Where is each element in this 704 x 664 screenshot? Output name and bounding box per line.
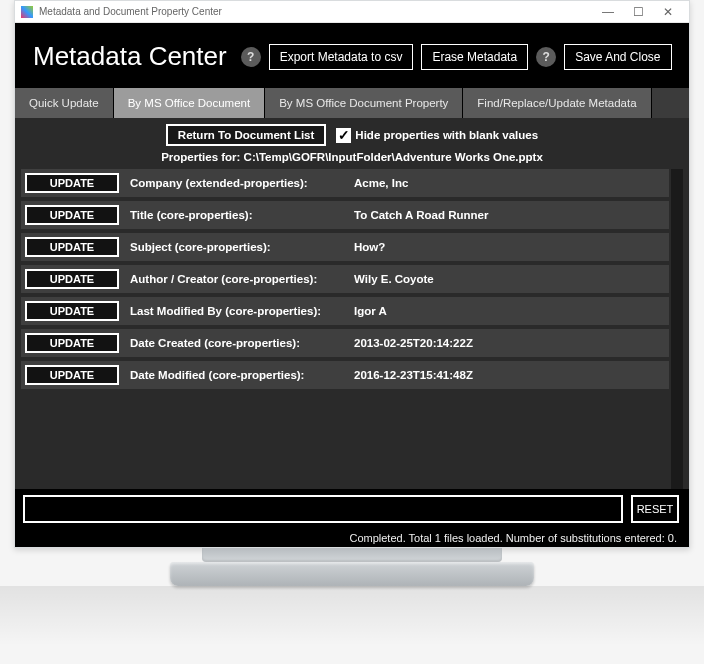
- properties-for-path: Properties for: C:\Temp\GOFR\InputFolder…: [21, 148, 683, 169]
- property-value: 2016-12-23T15:41:48Z: [354, 369, 663, 381]
- return-to-document-list-button[interactable]: Return To Document List: [166, 124, 327, 146]
- property-label: Last Modified By (core-properties):: [130, 305, 346, 317]
- update-button[interactable]: UPDATE: [25, 365, 119, 385]
- tab-find-replace-update[interactable]: Find/Replace/Update Metadata: [463, 88, 651, 118]
- property-row: UPDATE Company (extended-properties): Ac…: [21, 169, 669, 197]
- property-row: UPDATE Author / Creator (core-properties…: [21, 265, 669, 293]
- tab-quick-update[interactable]: Quick Update: [15, 88, 114, 118]
- app-body: Metadata Center ? Export Metadata to csv…: [15, 23, 689, 547]
- content-area: Return To Document List ✓ Hide propertie…: [15, 118, 689, 489]
- erase-metadata-button[interactable]: Erase Metadata: [421, 44, 528, 70]
- property-row: UPDATE Title (core-properties): To Catch…: [21, 201, 669, 229]
- tab-by-ms-office-document[interactable]: By MS Office Document: [114, 88, 266, 118]
- hide-blank-checkbox[interactable]: ✓ Hide properties with blank values: [336, 128, 538, 143]
- property-row: UPDATE Date Created (core-properties): 2…: [21, 329, 669, 357]
- hide-blank-label: Hide properties with blank values: [355, 129, 538, 141]
- minimize-button[interactable]: —: [593, 1, 623, 23]
- window-titlebar: Metadata and Document Property Center — …: [15, 1, 689, 23]
- help-icon[interactable]: ?: [241, 47, 261, 67]
- tab-bar: Quick Update By MS Office Document By MS…: [15, 88, 689, 118]
- update-button[interactable]: UPDATE: [25, 269, 119, 289]
- header-bar: Metadata Center ? Export Metadata to csv…: [15, 23, 689, 88]
- property-row: UPDATE Subject (core-properties): How?: [21, 233, 669, 261]
- property-value: Acme, Inc: [354, 177, 663, 189]
- monitor-stand-neck: [202, 548, 502, 562]
- property-label: Company (extended-properties):: [130, 177, 346, 189]
- property-value: Wily E. Coyote: [354, 273, 663, 285]
- monitor-reflection: [0, 586, 704, 646]
- property-row: UPDATE Date Modified (core-properties): …: [21, 361, 669, 389]
- property-value: How?: [354, 241, 663, 253]
- help-icon-2[interactable]: ?: [536, 47, 556, 67]
- property-value: 2013-02-25T20:14:22Z: [354, 337, 663, 349]
- property-value: Igor A: [354, 305, 663, 317]
- update-button[interactable]: UPDATE: [25, 205, 119, 225]
- app-window: Metadata and Document Property Center — …: [14, 0, 690, 548]
- monitor-stand-base: [170, 562, 534, 586]
- save-and-close-button[interactable]: Save And Close: [564, 44, 671, 70]
- footer-input[interactable]: [23, 495, 623, 523]
- footer-bar: RESET Completed. Total 1 files loaded. N…: [15, 489, 689, 547]
- app-title: Metadata Center: [33, 41, 227, 72]
- update-button[interactable]: UPDATE: [25, 237, 119, 257]
- update-button[interactable]: UPDATE: [25, 333, 119, 353]
- reset-button[interactable]: RESET: [631, 495, 679, 523]
- property-value: To Catch A Road Runner: [354, 209, 663, 221]
- property-label: Date Created (core-properties):: [130, 337, 346, 349]
- content-toolbar: Return To Document List ✓ Hide propertie…: [21, 122, 683, 148]
- tab-by-ms-office-document-property[interactable]: By MS Office Document Property: [265, 88, 463, 118]
- property-row: UPDATE Last Modified By (core-properties…: [21, 297, 669, 325]
- app-icon: [21, 6, 33, 18]
- update-button[interactable]: UPDATE: [25, 173, 119, 193]
- export-metadata-button[interactable]: Export Metadata to csv: [269, 44, 414, 70]
- status-text: Completed. Total 1 files loaded. Number …: [349, 532, 677, 544]
- checkbox-icon[interactable]: ✓: [336, 128, 351, 143]
- close-button[interactable]: ✕: [653, 1, 683, 23]
- property-label: Author / Creator (core-properties):: [130, 273, 346, 285]
- window-title: Metadata and Document Property Center: [39, 6, 593, 17]
- property-list: UPDATE Company (extended-properties): Ac…: [21, 169, 683, 489]
- update-button[interactable]: UPDATE: [25, 301, 119, 321]
- property-label: Title (core-properties):: [130, 209, 346, 221]
- maximize-button[interactable]: ☐: [623, 1, 653, 23]
- property-label: Subject (core-properties):: [130, 241, 346, 253]
- property-label: Date Modified (core-properties):: [130, 369, 346, 381]
